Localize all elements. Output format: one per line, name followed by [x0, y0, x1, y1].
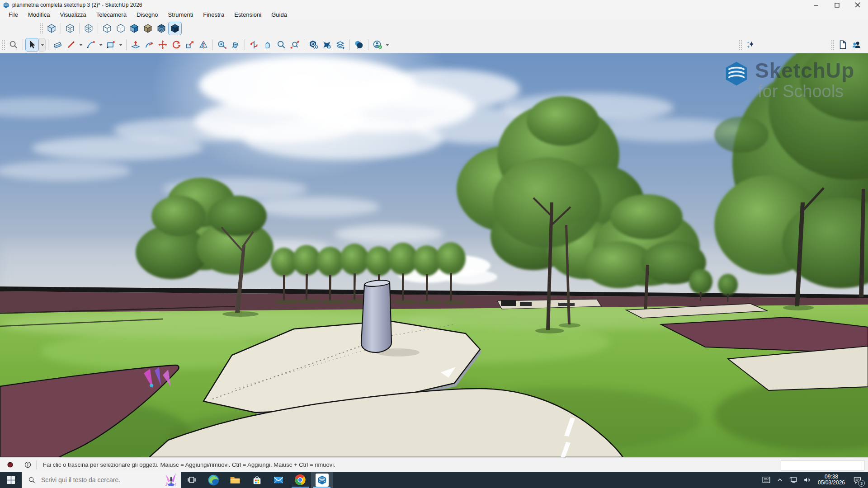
taskbar-app-file-explorer[interactable] — [224, 472, 246, 488]
taskbar-search[interactable]: ♪ ♪ — [22, 472, 181, 488]
face-style-shaded-white-button[interactable] — [114, 22, 127, 35]
search-highlight-icon[interactable]: ♪ ♪ — [164, 473, 179, 487]
zoom-extents-icon — [290, 40, 300, 50]
tape-measure-icon — [217, 40, 227, 50]
back-edges-cube-icon — [65, 23, 75, 33]
task-view-button[interactable] — [181, 472, 203, 488]
system-tray: 09:38 05/03/2026 3 — [760, 472, 868, 488]
chat-button[interactable] — [352, 38, 366, 52]
eraser-tool-button[interactable] — [51, 38, 64, 52]
paint-bucket-icon — [231, 40, 241, 50]
extension-warehouse-button[interactable] — [320, 38, 334, 52]
taskbar-app-chrome[interactable] — [289, 472, 311, 488]
volume-icon[interactable] — [800, 472, 814, 488]
face-style-textures-button[interactable] — [141, 22, 155, 35]
orbit-tool-button[interactable] — [247, 38, 261, 52]
shaded-cube-icon — [129, 23, 139, 33]
move-icon — [158, 40, 168, 50]
face-style-back-edges-button[interactable] — [63, 22, 77, 35]
menu-telecamera[interactable]: Telecamera — [91, 10, 132, 20]
hidden-line-cube-icon — [102, 23, 112, 33]
select-tool-dropdown[interactable] — [39, 38, 46, 52]
paint-bucket-tool-button[interactable] — [229, 38, 242, 52]
rectangle-tool-button[interactable] — [104, 38, 118, 52]
line-tool-button[interactable] — [64, 38, 78, 52]
ai-assistant-button[interactable] — [744, 38, 757, 52]
face-style-hidden-line-button[interactable] — [100, 22, 114, 35]
start-button[interactable] — [0, 472, 22, 488]
tray-clock[interactable]: 09:38 05/03/2026 — [815, 474, 848, 486]
rotate-tool-button[interactable] — [170, 38, 183, 52]
scale-tool-button[interactable] — [183, 38, 197, 52]
zoom-extents-button[interactable] — [288, 38, 302, 52]
contacts-button[interactable] — [849, 38, 863, 52]
search-input[interactable] — [40, 476, 155, 484]
menu-guida[interactable]: Guida — [266, 10, 292, 20]
menu-finestra[interactable]: Finestra — [198, 10, 229, 20]
status-bar: Fai clic o trascina per selezionare gli … — [0, 457, 868, 472]
pushpull-tool-button[interactable] — [129, 38, 142, 52]
xray-cube-icon — [47, 23, 57, 33]
sketchup-icon — [317, 475, 327, 485]
followme-tool-button[interactable] — [142, 38, 156, 52]
account-dropdown[interactable] — [386, 44, 389, 46]
taskbar-app-mail[interactable] — [268, 472, 289, 488]
search-icon — [9, 40, 19, 50]
taskbar-app-sketchup[interactable] — [311, 472, 333, 488]
scene-render — [0, 53, 868, 457]
menu-modifica[interactable]: Modifica — [23, 10, 55, 20]
3d-warehouse-button[interactable] — [307, 38, 320, 52]
menu-file[interactable]: File — [4, 10, 23, 20]
zoom-tool-button[interactable] — [274, 38, 288, 52]
rectangle-tool-dropdown[interactable] — [119, 44, 123, 46]
eraser-icon — [52, 40, 62, 50]
measurements-input[interactable] — [781, 460, 864, 470]
arc-tool-dropdown[interactable] — [99, 44, 103, 46]
share-model-button[interactable] — [334, 38, 347, 52]
taskbar-app-edge[interactable] — [203, 472, 224, 488]
select-tool-button[interactable] — [25, 38, 39, 52]
panels-toolbar — [829, 37, 868, 53]
close-button[interactable] — [847, 0, 868, 10]
account-button[interactable] — [371, 38, 384, 52]
tray-chevron-up-icon[interactable] — [773, 472, 787, 488]
edge-icon — [208, 474, 220, 486]
toolbar-grip[interactable] — [739, 39, 742, 50]
face-style-xray-button[interactable] — [45, 22, 58, 35]
menu-strumenti[interactable]: Strumenti — [163, 10, 198, 20]
geolocation-icon[interactable] — [6, 461, 14, 469]
flip-tool-button[interactable] — [197, 38, 210, 52]
face-style-shaded-button[interactable] — [127, 22, 141, 35]
new-document-button[interactable] — [836, 38, 849, 52]
news-widget-icon[interactable] — [760, 472, 773, 488]
pan-tool-button[interactable] — [261, 38, 274, 52]
svg-text:♪: ♪ — [174, 483, 177, 487]
network-icon[interactable] — [787, 472, 800, 488]
face-style-textured-dark-button[interactable] — [155, 22, 168, 35]
line-tool-dropdown[interactable] — [79, 44, 83, 46]
viewport-3d[interactable]: SketchUp for Schools — [0, 53, 868, 457]
search-button[interactable] — [7, 38, 20, 52]
layers-export-icon — [335, 40, 345, 50]
face-style-wireframe-button[interactable] — [82, 22, 95, 35]
monochrome-cube-icon — [170, 23, 180, 33]
svg-text:♪: ♪ — [165, 482, 168, 487]
info-icon[interactable] — [24, 461, 32, 469]
minimize-button[interactable] — [806, 0, 826, 10]
toolbar-grip[interactable] — [831, 39, 834, 50]
arc-tool-button[interactable] — [84, 38, 98, 52]
move-tool-button[interactable] — [156, 38, 170, 52]
menu-estensioni[interactable]: Estensioni — [229, 10, 266, 20]
tape-measure-tool-button[interactable] — [215, 38, 229, 52]
toolbar-grip[interactable] — [40, 23, 43, 34]
chat-icon — [354, 40, 364, 50]
chevron-down-icon — [41, 44, 44, 46]
menu-visualizza[interactable]: Visualizza — [55, 10, 91, 20]
toolbar-grip[interactable] — [2, 39, 5, 50]
title-bar: planimetria completa sketchup 3 (2)* - S… — [0, 0, 868, 10]
maximize-button[interactable] — [826, 0, 847, 10]
face-style-monochrome-button[interactable] — [168, 22, 182, 35]
menu-disegno[interactable]: Disegno — [132, 10, 163, 20]
action-center-button[interactable]: 3 — [849, 472, 865, 488]
taskbar-app-microsoft-store[interactable] — [246, 472, 268, 488]
